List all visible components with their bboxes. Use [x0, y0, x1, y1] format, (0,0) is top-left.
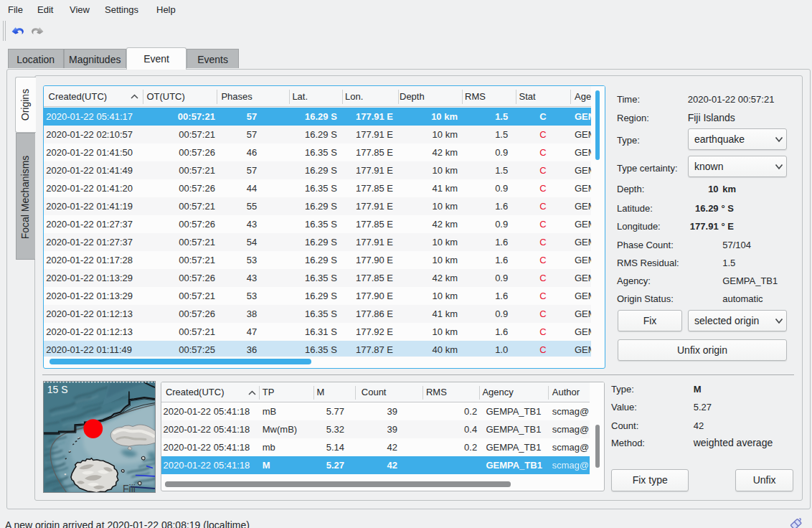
svg-text:15 S: 15 S — [47, 384, 68, 395]
svg-text:Fiji: Fiji — [123, 482, 136, 493]
